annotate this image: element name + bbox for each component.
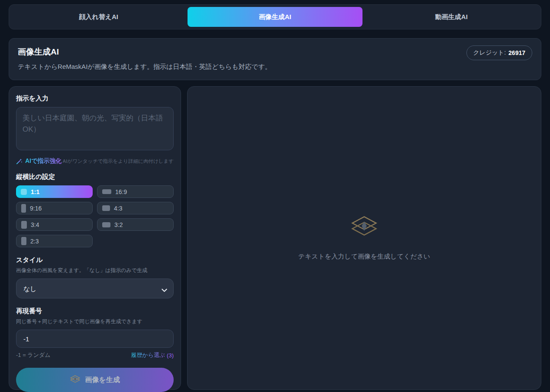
- seed-random-hint: -1 = ランダム: [16, 351, 51, 359]
- ai-enhance-button[interactable]: AIで指示強化: [16, 157, 61, 165]
- aspect-shape-icon: [21, 204, 26, 213]
- credit-value: 26917: [508, 49, 525, 56]
- aspect-option-label: 16:9: [115, 188, 127, 195]
- seed-history-label: 履歴から選ぶ: [131, 351, 165, 359]
- aspect-shape-icon: [102, 189, 111, 194]
- aspect-option-2-3[interactable]: 2:3: [16, 235, 93, 247]
- aspect-option-label: 4:3: [114, 205, 122, 212]
- page: 顔入れ替えAI 画像生成AI 動画生成AI 画像生成AI テキストからReMas…: [0, 0, 550, 390]
- aspect-shape-icon: [21, 221, 27, 229]
- seed-history-link[interactable]: 履歴から選ぶ (3): [131, 351, 174, 359]
- aspect-shape-icon: [102, 205, 110, 211]
- aspect-ratio-label: 縦横比の設定: [16, 173, 174, 181]
- stacked-layers-icon: [350, 215, 379, 241]
- aspect-option-4-3[interactable]: 4:3: [97, 202, 174, 214]
- generate-button-label: 画像を生成: [85, 376, 120, 385]
- seed-label: 再現番号: [16, 307, 174, 315]
- top-tab-bar: 顔入れ替えAI 画像生成AI 動画生成AI: [9, 4, 541, 29]
- prompt-input[interactable]: [16, 107, 174, 150]
- header-card: 画像生成AI テキストからReMaskAIが画像を生成します。指示は日本語・英語…: [9, 38, 541, 80]
- aspect-shape-icon: [102, 222, 110, 227]
- credit-label: クレジット:: [473, 49, 506, 57]
- empty-state-message: テキストを入力して画像を生成してください: [298, 253, 430, 261]
- tab-video-gen-ai[interactable]: 動画生成AI: [364, 7, 539, 27]
- seed-row: -1 = ランダム 履歴から選ぶ (3): [16, 351, 174, 359]
- ai-enhance-hint: AIがワンタッチで指示をより詳細に肉付けします: [63, 158, 174, 165]
- generate-image-button[interactable]: 画像を生成: [16, 368, 174, 392]
- main-content: 指示を入力: [9, 86, 541, 390]
- aspect-ratio-grid: 1:1 16:9 9:16 4:3 3:4: [16, 185, 174, 247]
- seed-history-count: (3): [167, 352, 174, 359]
- aspect-option-3-2[interactable]: 3:2: [97, 218, 174, 231]
- seed-hint: 同じ番号＋同じテキストで同じ画像を再生成できます: [16, 318, 174, 325]
- tab-image-gen-ai[interactable]: 画像生成AI: [188, 7, 362, 27]
- aspect-option-3-4[interactable]: 3:4: [16, 218, 93, 231]
- style-select[interactable]: なし: [16, 279, 174, 298]
- aspect-option-label: 3:4: [31, 221, 39, 228]
- aspect-option-label: 9:16: [30, 205, 42, 212]
- seed-input[interactable]: [16, 330, 174, 348]
- page-subtitle: テキストからReMaskAIが画像を生成します。指示は日本語・英語どちらも対応で…: [18, 63, 532, 71]
- settings-panel: 指示を入力: [9, 86, 181, 390]
- enhance-row: AIで指示強化 AIがワンタッチで指示をより詳細に肉付けします: [16, 157, 174, 165]
- aspect-shape-icon: [21, 189, 27, 195]
- style-label: スタイル: [16, 256, 174, 264]
- aspect-option-1-1[interactable]: 1:1: [16, 185, 93, 198]
- preview-panel: テキストを入力して画像を生成してください: [187, 86, 541, 390]
- style-hint: 画像全体の画風を変えます。「なし」は指示のみで生成: [16, 267, 174, 274]
- magic-wand-icon: [16, 158, 23, 165]
- aspect-option-label: 3:2: [114, 221, 123, 228]
- ai-enhance-label: AIで指示強化: [25, 157, 61, 165]
- tab-face-swap-ai[interactable]: 顔入れ替えAI: [11, 7, 186, 27]
- aspect-option-label: 2:3: [30, 238, 39, 245]
- aspect-option-9-16[interactable]: 9:16: [16, 202, 93, 214]
- aspect-option-16-9[interactable]: 16:9: [97, 185, 174, 198]
- style-select-wrap: なし: [16, 279, 174, 298]
- stacked-layers-icon: [70, 375, 81, 385]
- page-title: 画像生成AI: [18, 46, 532, 58]
- credit-badge: クレジット: 26917: [466, 45, 532, 60]
- prompt-label: 指示を入力: [16, 94, 174, 103]
- aspect-shape-icon: [21, 237, 26, 245]
- aspect-option-label: 1:1: [31, 188, 39, 195]
